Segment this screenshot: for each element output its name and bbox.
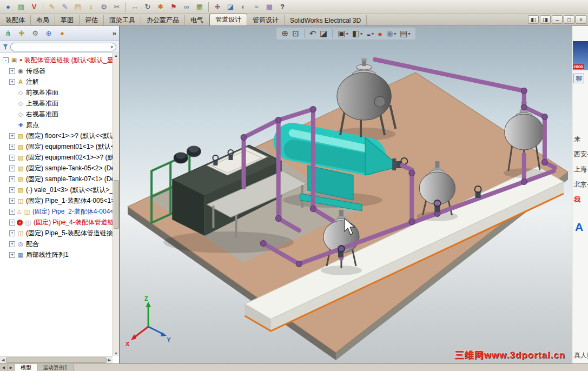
- snapshot-icon[interactable]: ◐: [237, 2, 249, 12]
- tree-item-mates[interactable]: + ◎ 配合: [1, 239, 113, 249]
- hide-show-items-icon[interactable]: ◒▾: [366, 29, 374, 38]
- displaymanager-tab-icon[interactable]: ●: [57, 28, 68, 39]
- expander-icon[interactable]: +: [9, 68, 15, 74]
- tab-solidworks-electrical-3d[interactable]: SolidWorks Electrical 3D: [285, 15, 367, 25]
- ad-banner[interactable]: 2000: [573, 41, 588, 70]
- expander-icon[interactable]: +: [9, 230, 15, 236]
- chevron-down-icon[interactable]: ▾: [372, 31, 374, 36]
- tab-render-tools[interactable]: 渲染工具: [104, 15, 141, 25]
- settings-icon[interactable]: ⚙: [98, 2, 110, 12]
- expander-icon[interactable]: +: [9, 176, 15, 182]
- tree-item-sample-tank-07[interactable]: + ▧ (固定) sample-Tank-07<1> (Def: [1, 174, 113, 184]
- list-item[interactable]: 北京-: [574, 180, 588, 189]
- chevron-down-icon[interactable]: ▾: [360, 31, 362, 36]
- panel-overflow-chevron[interactable]: »: [113, 29, 116, 37]
- flag-icon[interactable]: ⚑: [168, 2, 180, 12]
- edit-appearance-icon[interactable]: ●: [378, 29, 382, 38]
- expander-icon[interactable]: +: [9, 155, 15, 161]
- tab-piping-design[interactable]: 管道设计: [209, 14, 247, 25]
- section-icon[interactable]: ◪: [224, 2, 236, 12]
- expander-icon[interactable]: +: [9, 220, 15, 226]
- tab-electrical[interactable]: 电气: [185, 15, 209, 25]
- tab-scroll-left-icon[interactable]: ◀: [0, 364, 8, 371]
- expander-icon[interactable]: +: [9, 252, 15, 258]
- tab-office-products[interactable]: 办公室产品: [141, 15, 185, 25]
- check-icon[interactable]: V: [28, 2, 40, 12]
- info-icon[interactable]: ●: [2, 2, 14, 12]
- tree-item-equipment01[interactable]: + ▧ (固定) equipment01<1> (默认<<: [1, 141, 113, 152]
- chat-icon[interactable]: 聊: [573, 74, 584, 83]
- scrollbar-thumb[interactable]: [114, 180, 119, 229]
- expander-icon[interactable]: +: [9, 187, 15, 193]
- expander-icon[interactable]: +: [9, 165, 15, 171]
- tree-vertical-scrollbar[interactable]: ▲ ▼: [113, 53, 119, 356]
- sweep-icon[interactable]: ≈: [250, 2, 262, 12]
- model-tab[interactable]: 模型: [15, 364, 37, 371]
- tree-item-pipe-4[interactable]: + × ◫ (固定) Pipe_4-装配体管道链接: [1, 217, 113, 228]
- tab-layout[interactable]: 布局: [31, 15, 55, 25]
- tree-item-sample-tank-05[interactable]: + ▧ (固定) sample-Tank-05<2> (Def: [1, 163, 113, 174]
- scroll-right-icon[interactable]: ▶: [108, 358, 111, 362]
- update-icon[interactable]: ↕: [85, 2, 97, 12]
- toggle-right-panel-icon[interactable]: ◨: [540, 15, 551, 24]
- graphics-viewport[interactable]: Z X Y ⊕ ⊡ ↶ ◪ ▣▾ ◧▾ ◒▾ ● ◉▾ ▤▾ 三维网www.3d…: [120, 26, 572, 363]
- 3d-scene[interactable]: Z X Y: [120, 26, 572, 363]
- tab-sketch[interactable]: 草图: [55, 15, 80, 25]
- configurationmanager-tab-icon[interactable]: ⚙: [30, 28, 41, 39]
- scroll-down-icon[interactable]: ▼: [114, 352, 118, 355]
- propertymanager-tab-icon[interactable]: ✚: [16, 28, 27, 39]
- tree-item-assembly-root[interactable]: - ▣ ● 装配体管道链接 (默认<默认_显示: [1, 55, 113, 65]
- clipboard-icon[interactable]: ▤: [72, 2, 84, 12]
- minimize-button[interactable]: –: [552, 15, 563, 24]
- expander-icon[interactable]: +: [9, 241, 15, 247]
- tab-evaluate[interactable]: 评估: [80, 15, 104, 25]
- explode-icon[interactable]: ✚: [212, 2, 223, 12]
- help-icon[interactable]: ?: [276, 2, 288, 12]
- scrollbar-thumb[interactable]: [6, 357, 106, 363]
- scroll-left-icon[interactable]: ◀: [2, 358, 4, 362]
- apply-scene-icon[interactable]: ◉▾: [386, 29, 396, 38]
- chevron-down-icon[interactable]: ▾: [408, 31, 410, 36]
- chevron-down-icon[interactable]: ▾: [346, 31, 348, 36]
- tree-filter-input[interactable]: ▾: [10, 43, 116, 51]
- tree-item-pipe-2[interactable]: + ⚠ ◫ (固定) Pipe_2-装配体4-004<1: [1, 206, 113, 217]
- expander-icon[interactable]: +: [9, 144, 15, 150]
- expander-icon[interactable]: +: [9, 198, 15, 204]
- zoom-area-icon[interactable]: ⊡: [292, 29, 299, 38]
- view-settings-icon[interactable]: ▤▾: [400, 29, 410, 38]
- scroll-up-icon[interactable]: ▲: [114, 54, 118, 57]
- list-item[interactable]: 来: [574, 135, 588, 144]
- zoom-fit-icon[interactable]: ⊕: [282, 29, 289, 38]
- dimxpertmanager-tab-icon[interactable]: ⊕: [43, 28, 54, 39]
- tree-item-top-plane[interactable]: ◇ 上视基准面: [1, 98, 113, 109]
- trim-icon[interactable]: ✂: [111, 2, 123, 12]
- section-view-icon[interactable]: ◪: [320, 29, 327, 38]
- table-icon[interactable]: ▩: [263, 2, 275, 12]
- rotate-view-icon[interactable]: ↻: [142, 2, 154, 12]
- close-button[interactable]: ×: [576, 15, 586, 24]
- motion-study-tab[interactable]: 运动算例1: [37, 364, 74, 371]
- annotate-icon[interactable]: ✎: [59, 2, 71, 12]
- expander-icon[interactable]: +: [9, 133, 15, 139]
- tree-item-right-plane[interactable]: ◇ 右视基准面: [1, 109, 113, 120]
- tree-item-annotations[interactable]: + A 注解: [1, 76, 113, 87]
- tree-item-sensors[interactable]: + ◉ 传感器: [1, 65, 113, 76]
- burst-icon[interactable]: ✱: [155, 2, 167, 12]
- tree-item-origin[interactable]: ✚ 原点: [1, 120, 113, 130]
- view-orientation-icon[interactable]: ▣▾: [338, 29, 348, 38]
- tree-horizontal-scrollbar[interactable]: ◀ ▶: [0, 356, 113, 363]
- mate-icon[interactable]: ∞: [181, 2, 193, 12]
- list-item[interactable]: 上海: [574, 165, 588, 174]
- chevron-down-icon[interactable]: ▾: [394, 31, 396, 36]
- video-icon[interactable]: ▥: [15, 2, 27, 12]
- tree-item-floor[interactable]: + ▧ (固定) floor<1>->? (默认<<默认: [1, 130, 113, 141]
- list-item[interactable]: 我: [574, 195, 588, 204]
- tab-tubing-design[interactable]: 管筒设计: [247, 15, 285, 25]
- tree-item-vale-01[interactable]: + ▧ (-) vale_01<3> (默认<<默认>_显: [1, 184, 113, 195]
- tree-item-equipment02[interactable]: + ▧ (固定) equipment02<1>->? (默: [1, 152, 113, 163]
- previous-view-icon[interactable]: ↶: [309, 29, 316, 38]
- tab-scroll-right-icon[interactable]: ▶: [8, 364, 15, 371]
- tab-assembly[interactable]: 装配体: [0, 15, 31, 25]
- toggle-left-panel-icon[interactable]: ◧: [528, 15, 539, 24]
- restore-button[interactable]: □: [564, 15, 574, 24]
